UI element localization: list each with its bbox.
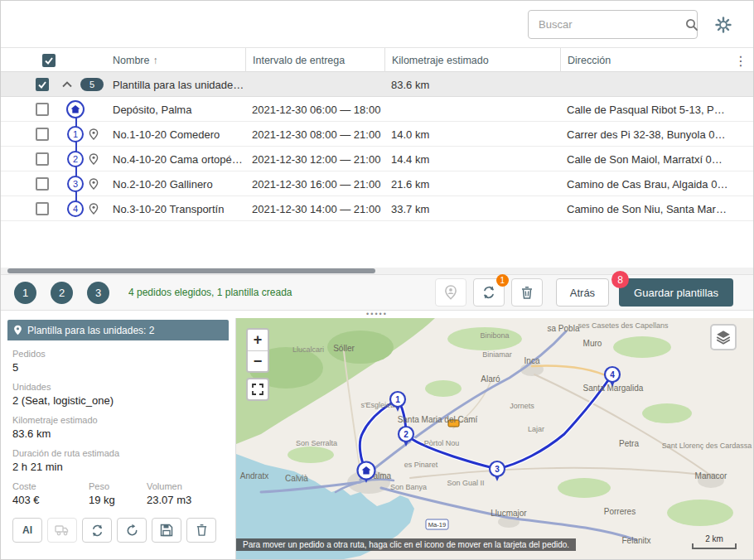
location-pin-icon	[89, 153, 99, 165]
column-header-nombre[interactable]: Nombre↑	[106, 48, 245, 73]
row-checkbox[interactable]	[36, 202, 49, 215]
order-interval: 2021-12-30 08:00 — 21:00	[245, 128, 384, 141]
topbar	[1, 1, 753, 47]
exchange-route-button[interactable]	[82, 518, 112, 543]
map-place-label: Son Serralta	[296, 439, 337, 447]
row-checkbox[interactable]	[36, 152, 49, 166]
table-row-order[interactable]: 2 No.4-10-20 Cama ortopédica 2021-12-30 …	[1, 147, 753, 171]
coste-label: Coste	[12, 481, 89, 491]
map-place-label: Petra	[619, 439, 639, 448]
fullscreen-button[interactable]	[246, 378, 269, 401]
table-row-order[interactable]: 1 No.1-10-20 Comedero 2021-12-30 08:00 —…	[1, 122, 753, 147]
svg-text:2: 2	[404, 430, 408, 439]
orders-count-badge: 5	[80, 78, 104, 91]
delete-template-button[interactable]	[186, 518, 216, 543]
map-place-label: Sant Llorenç des Cardassa	[662, 442, 752, 450]
step-1-button[interactable]: 1	[14, 282, 36, 304]
order-address: Carrer des Pi 32-38, Bunyola 07110,...	[560, 128, 728, 141]
coste-value: 403 €	[12, 494, 89, 506]
search-box[interactable]	[528, 10, 698, 39]
map-place-label: Santa Margalida	[583, 384, 644, 393]
map-place-label: Felanitx	[621, 536, 650, 545]
pin-icon	[13, 325, 22, 336]
waypoint-number-badge: 3	[67, 176, 84, 192]
unidades-value: 2 (Seat, logistic_one)	[12, 394, 224, 407]
column-menu-kebab-icon[interactable]: ⋮	[728, 48, 753, 73]
map-place-label: Santa Maria del Camí	[398, 415, 478, 424]
order-name: No.4-10-20 Cama ortopédica	[106, 153, 245, 166]
refresh-route-button[interactable]	[117, 518, 147, 543]
ai-optimize-button[interactable]: AI	[12, 518, 42, 543]
order-name: No.1-10-20 Comedero	[106, 128, 245, 141]
zoom-out-button[interactable]: −	[248, 350, 268, 371]
group-checkbox[interactable]	[36, 78, 49, 91]
zoom-control: + −	[246, 328, 269, 373]
row-checkbox[interactable]	[36, 177, 49, 191]
scrollbar-thumb[interactable]	[7, 268, 375, 273]
save-templates-button[interactable]: Guardar plantillas 8	[619, 278, 733, 307]
column-header-kilometraje[interactable]: Kilometraje estimado	[384, 48, 560, 73]
depot-home-icon	[66, 100, 85, 118]
wizard-steps-bar: 1 2 3 4 pedidos elegidos, 1 plantilla cr…	[1, 274, 753, 311]
volumen-label: Volumen	[147, 481, 191, 491]
table-row-order[interactable]: 3 No.2-10-20 Gallinero 2021-12-30 16:00 …	[1, 171, 753, 196]
table-body: 5 Plantilla para las unidades: 2 83.6 km…	[1, 72, 753, 268]
table-row-order[interactable]: 4 No.3-10-20 Transportín 2021-12-30 14:0…	[1, 196, 753, 221]
template-group-row[interactable]: 5 Plantilla para las unidades: 2 83.6 km	[1, 72, 753, 97]
delete-button[interactable]	[511, 278, 543, 307]
search-input[interactable]	[539, 18, 684, 31]
assign-unit-button[interactable]	[47, 518, 77, 543]
map-place-label: es Pinaret	[404, 461, 438, 469]
order-name: No.3-10-20 Transportín	[106, 203, 245, 215]
move-order-route-button[interactable]: 1	[473, 278, 505, 307]
select-all-checkbox[interactable]	[42, 54, 56, 67]
map-place-label: Manacor	[695, 471, 728, 480]
order-km: 14.0 km	[384, 128, 560, 141]
unidades-label: Unidades	[12, 382, 224, 392]
selection-status-text: 4 pedidos elegidos, 1 plantilla creada	[128, 287, 292, 298]
map-place-label: Son Banya	[390, 483, 427, 491]
order-interval: 2021-12-30 06:00 — 18:00	[245, 104, 384, 116]
road-badge: Ma-19	[426, 519, 448, 529]
assign-courier-button[interactable]	[435, 278, 466, 307]
order-address: Camino de Cas Brau, Algaida 0721...	[560, 178, 728, 191]
map-place-label: Andratx	[240, 471, 268, 480]
column-header-direccion[interactable]: Dirección	[560, 48, 728, 73]
notification-badge: 8	[611, 271, 629, 288]
app: Nombre↑ Intervalo de entrega Kilometraje…	[0, 0, 754, 560]
template-panel: Plantilla para las unidades: 2 Pedidos 5…	[1, 318, 235, 560]
step-3-button[interactable]: 3	[87, 282, 109, 304]
column-header-intervalo[interactable]: Intervalo de entrega	[245, 48, 384, 73]
zoom-in-button[interactable]: +	[248, 330, 268, 350]
svg-text:1: 1	[395, 395, 400, 404]
order-km: 33.7 km	[384, 203, 560, 215]
table-row-depot[interactable]: Depósito, Palma 2021-12-30 06:00 — 18:00…	[1, 97, 753, 122]
kilometraje-label: Kilometraje estimado	[12, 415, 224, 425]
peso-label: Peso	[89, 481, 147, 491]
collapse-chevron-icon[interactable]	[62, 81, 72, 88]
map-scale-label: 2 km	[692, 534, 737, 543]
layers-button[interactable]	[710, 324, 737, 350]
duracion-value: 2 h 21 min	[12, 461, 224, 473]
waypoint-number-badge: 4	[67, 200, 84, 217]
search-icon[interactable]	[684, 17, 699, 32]
back-button[interactable]: Atrás	[556, 278, 609, 307]
panel-resize-handle[interactable]: •••••	[1, 311, 753, 318]
table-header: Nombre↑ Intervalo de entrega Kilometraje…	[1, 47, 753, 72]
sort-asc-icon[interactable]: ↑	[152, 55, 157, 66]
order-interval: 2021-12-30 16:00 — 21:00	[245, 178, 384, 191]
svg-text:4: 4	[610, 370, 615, 379]
pedidos-value: 5	[12, 361, 224, 374]
template-panel-header[interactable]: Plantilla para las unidades: 2	[7, 320, 229, 340]
route-count-badge: 1	[496, 274, 509, 287]
save-template-button[interactable]	[152, 518, 181, 543]
map-place-label: Alaró	[481, 374, 500, 384]
row-checkbox[interactable]	[36, 103, 49, 116]
location-pin-icon	[89, 128, 99, 140]
map-place-label: Pòrtol Nou	[424, 439, 460, 447]
map[interactable]: Ma-19 LlucalcariSóllerBinibonasa Poblase…	[235, 318, 754, 560]
row-checkbox[interactable]	[36, 128, 49, 141]
step-2-button[interactable]: 2	[51, 282, 73, 304]
order-address: Calle de Son Maiol, Marratxí 07141,...	[560, 153, 728, 166]
settings-gear-icon[interactable]	[713, 15, 733, 35]
